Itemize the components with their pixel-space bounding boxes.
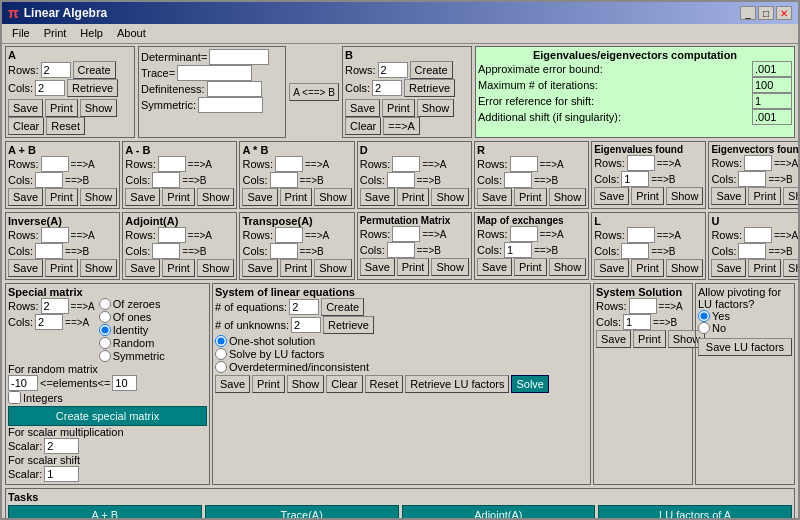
- inv-save[interactable]: Save: [8, 259, 43, 277]
- eigen-addshift-input[interactable]: [752, 109, 792, 125]
- eigval-save[interactable]: Save: [594, 187, 629, 205]
- menu-about[interactable]: About: [111, 26, 152, 41]
- apb-cols[interactable]: [35, 172, 63, 188]
- sm-radio-random[interactable]: Random: [99, 337, 165, 349]
- menu-print[interactable]: Print: [38, 26, 73, 41]
- sys-numunk-input[interactable]: [291, 317, 321, 333]
- adj-show[interactable]: Show: [197, 259, 235, 277]
- l-show[interactable]: Show: [666, 259, 704, 277]
- maximize-button[interactable]: □: [758, 6, 774, 20]
- menu-help[interactable]: Help: [74, 26, 109, 41]
- sys-retrieve-lu-button[interactable]: Retrieve LU factors: [405, 375, 509, 393]
- r-cols[interactable]: [504, 172, 532, 188]
- perm-print[interactable]: Print: [397, 258, 430, 276]
- trans-cols[interactable]: [270, 243, 298, 259]
- matrix-b-clear-button[interactable]: Clear: [345, 117, 381, 135]
- r-save[interactable]: Save: [477, 188, 512, 206]
- matrix-b-create-button[interactable]: Create: [410, 61, 453, 79]
- matrix-b-rows-input[interactable]: [378, 62, 408, 78]
- trans-show[interactable]: Show: [314, 259, 352, 277]
- minimize-button[interactable]: _: [740, 6, 756, 20]
- task-btn-1[interactable]: Trace(A): [205, 505, 399, 518]
- sys-numeq-input[interactable]: [289, 299, 319, 315]
- sys-print-button[interactable]: Print: [252, 375, 285, 393]
- sm-radio-identity[interactable]: Identity: [99, 324, 165, 336]
- matrix-a-show-button[interactable]: Show: [80, 99, 118, 117]
- task-btn-3[interactable]: LU factors of A: [598, 505, 792, 518]
- matrix-a-clear-button[interactable]: Clear: [8, 117, 44, 135]
- sm-rows[interactable]: [41, 298, 69, 314]
- amb-print[interactable]: Print: [162, 188, 195, 206]
- matrix-b-save-button[interactable]: Save: [345, 99, 380, 117]
- task-btn-2[interactable]: Adjoint(A): [402, 505, 596, 518]
- l-save[interactable]: Save: [594, 259, 629, 277]
- r-show[interactable]: Show: [549, 188, 587, 206]
- perm-cols[interactable]: [387, 242, 415, 258]
- adj-print[interactable]: Print: [162, 259, 195, 277]
- sm-cols[interactable]: [35, 314, 63, 330]
- matrix-b-retrieve-button[interactable]: Retrieve: [404, 79, 455, 97]
- eigen-maxiter-input[interactable]: [752, 77, 792, 93]
- matrix-a-print-button[interactable]: Print: [45, 99, 78, 117]
- sys-show-button[interactable]: Show: [287, 375, 325, 393]
- pivot-no-radio[interactable]: No: [698, 322, 792, 334]
- matrix-a-rows-input[interactable]: [41, 62, 71, 78]
- trans-rows[interactable]: [275, 227, 303, 243]
- matrix-b-show-button[interactable]: Show: [417, 99, 455, 117]
- atb-cols[interactable]: [270, 172, 298, 188]
- trace-input[interactable]: [177, 65, 252, 81]
- u-show[interactable]: Show: [783, 259, 798, 277]
- sm-max-input[interactable]: [112, 375, 137, 391]
- atb-save[interactable]: Save: [242, 188, 277, 206]
- adj-cols[interactable]: [152, 243, 180, 259]
- matrix-a-create-button[interactable]: Create: [73, 61, 116, 79]
- atb-show[interactable]: Show: [314, 188, 352, 206]
- sys-sol-save[interactable]: Save: [596, 330, 631, 348]
- sys-sol-rows[interactable]: [629, 298, 657, 314]
- matrix-b-reset-a-button[interactable]: ==>A: [383, 117, 420, 135]
- sm-radio-zeroes[interactable]: Of zeroes: [99, 298, 165, 310]
- inv-rows[interactable]: [41, 227, 69, 243]
- d-save[interactable]: Save: [360, 188, 395, 206]
- d-cols[interactable]: [387, 172, 415, 188]
- eigen-errshift-input[interactable]: [752, 93, 792, 109]
- apb-rows[interactable]: [41, 156, 69, 172]
- save-lu-button[interactable]: Save LU factors: [698, 338, 792, 356]
- matrix-a-retrieve-button[interactable]: Retrieve: [67, 79, 118, 97]
- l-cols[interactable]: [621, 243, 649, 259]
- l-print[interactable]: Print: [631, 259, 664, 277]
- eigvec-cols[interactable]: [738, 171, 766, 187]
- sys-solve-button[interactable]: Solve: [511, 375, 549, 393]
- u-save[interactable]: Save: [711, 259, 746, 277]
- map-show[interactable]: Show: [549, 258, 587, 276]
- close-button[interactable]: ✕: [776, 6, 792, 20]
- eigen-error-input[interactable]: [752, 61, 792, 77]
- matrix-b-cols-input[interactable]: [372, 80, 402, 96]
- sm-min-input[interactable]: [8, 375, 38, 391]
- perm-save[interactable]: Save: [360, 258, 395, 276]
- adj-save[interactable]: Save: [125, 259, 160, 277]
- sys-clear-button[interactable]: Clear: [326, 375, 362, 393]
- eigval-rows[interactable]: [627, 155, 655, 171]
- sys-create-button[interactable]: Create: [321, 298, 364, 316]
- eigval-show[interactable]: Show: [666, 187, 704, 205]
- map-save[interactable]: Save: [477, 258, 512, 276]
- inv-print[interactable]: Print: [45, 259, 78, 277]
- perm-show[interactable]: Show: [431, 258, 469, 276]
- r-rows[interactable]: [510, 156, 538, 172]
- pivot-yes-radio[interactable]: Yes: [698, 310, 792, 322]
- eigval-cols[interactable]: [621, 171, 649, 187]
- determinant-input[interactable]: [209, 49, 269, 65]
- sys-sol-print[interactable]: Print: [633, 330, 666, 348]
- sys-radio-lu[interactable]: Solve by LU factors: [215, 348, 588, 360]
- amb-show[interactable]: Show: [197, 188, 235, 206]
- map-print[interactable]: Print: [514, 258, 547, 276]
- map-cols[interactable]: [504, 242, 532, 258]
- d-print[interactable]: Print: [397, 188, 430, 206]
- sm-scalar-shift-input[interactable]: [44, 466, 79, 482]
- sm-scalar-mult-input[interactable]: [44, 438, 79, 454]
- symmetric-input[interactable]: [198, 97, 263, 113]
- u-cols[interactable]: [738, 243, 766, 259]
- eigvec-show[interactable]: Show: [783, 187, 798, 205]
- sys-reset-button[interactable]: Reset: [365, 375, 404, 393]
